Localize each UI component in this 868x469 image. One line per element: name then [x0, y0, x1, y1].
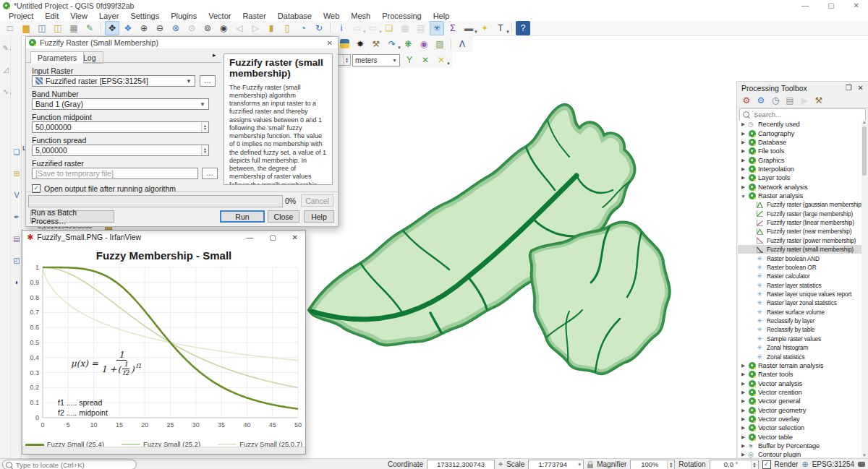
run-button[interactable]: Run [220, 210, 265, 223]
toolbox-edit-icon[interactable]: ▤ [783, 94, 796, 107]
toolbox-item-file-tools[interactable]: ▶File tools [738, 147, 861, 155]
units-combo[interactable]: meters ▼ [352, 54, 400, 66]
chevron-right-icon[interactable]: ▶ [740, 131, 746, 137]
toolbox-item-vector-general[interactable]: ▶Vector general [738, 397, 861, 405]
reloader-icon[interactable]: ↷▼ [385, 37, 399, 51]
toolbox-item-raster-surface-volume[interactable]: ✳Raster surface volume [738, 308, 861, 317]
node-tool-icon[interactable]: ∿▼ [0, 86, 12, 98]
toolbox-item-raster-layer-statistics[interactable]: ✳Raster layer statistics [738, 280, 861, 289]
toolbox-item-vector-analysis[interactable]: ▶Vector analysis [738, 379, 861, 387]
toolbox-item-contour-plugin[interactable]: ▶◎Contour plugin [738, 450, 861, 457]
add-vector-layer-icon[interactable]: V [11, 190, 22, 202]
menu-help[interactable]: Help [427, 11, 456, 21]
close-button[interactable]: Close [268, 210, 299, 223]
toolbox-item-fuzzify-raster-large-membership[interactable]: Fuzzify raster (large membership) [738, 210, 861, 218]
scrollbar-thumb[interactable] [862, 126, 867, 176]
band-number-combo[interactable]: Band 1 (Gray) ▼ [32, 98, 209, 110]
irfanview-title-bar[interactable]: ✱ Fuzzify_Small.PNG - IrfanView — ▢ ✕ [22, 231, 305, 244]
input-raster-combo[interactable]: Fuzzified raster [EPSG:31254] ▼ [32, 75, 195, 87]
close-icon[interactable]: ✕ [854, 1, 859, 9]
toolbox-item-buffer-by-percentage[interactable]: ▶≈Buffer by Percentage [738, 442, 861, 450]
refresh-icon[interactable]: ↻ [312, 21, 326, 35]
menu-mesh[interactable]: Mesh [345, 11, 376, 21]
minimize-icon[interactable]: — [246, 233, 253, 241]
toolbox-item-reclassify-by-table[interactable]: ✳Reclassify by table [738, 325, 861, 334]
data-source-manager-icon[interactable]: ❏ [11, 147, 22, 158]
menu-settings[interactable]: Settings [124, 11, 165, 21]
chevron-right-icon[interactable]: ▶ [740, 434, 746, 440]
globe-crs-icon[interactable]: ⊕ [801, 460, 808, 469]
toolbox-item-raster-boolean-and[interactable]: ✳Raster boolean AND [738, 254, 861, 262]
toolbox-item-fuzzify-raster-near-membership[interactable]: Fuzzify raster (near membership) [738, 227, 861, 236]
toolbox-item-vector-selection[interactable]: ▶Vector selection [738, 423, 861, 432]
maximize-icon[interactable]: ▢ [827, 1, 834, 9]
toolbox-item-graphics[interactable]: ▶Graphics [738, 155, 861, 164]
statistics-panel-icon[interactable]: Σ [446, 21, 460, 35]
toolbox-item-raster-tools[interactable]: ▶Raster tools [738, 370, 861, 379]
dialog-close-icon[interactable]: ✕ [327, 39, 333, 47]
toolbox-item-raster-layer-unique-values-report[interactable]: ✳Raster layer unique values report [738, 290, 861, 298]
dialog-title-bar[interactable]: Fuzzify Raster (Small Membership) ✕ [26, 37, 338, 49]
scale-combo[interactable]: 1:773794 ▼ [528, 460, 584, 469]
crs-value[interactable]: EPSG:31254 [812, 460, 854, 468]
close-panel-icon[interactable]: ✕ [858, 84, 864, 92]
vertex-tool-icon[interactable]: ✎▼ [0, 43, 12, 54]
snap-tolerance-spinner[interactable]: ▲▼ [336, 54, 351, 66]
add-delimited-text-icon[interactable]: ✒ [11, 212, 22, 223]
first-aid-debug-icon[interactable]: ✸ [353, 37, 367, 51]
toolbox-item-raster-layer-zonal-statistics[interactable]: ✳Raster layer zonal statistics [738, 298, 861, 307]
help-icon[interactable]: ? [516, 21, 530, 35]
maximize-icon[interactable]: ▢ [269, 233, 276, 241]
chevron-right-icon[interactable]: ▶ [740, 184, 746, 190]
run-as-batch-button[interactable]: Run as Batch Process… [30, 210, 114, 223]
toolbox-item-recently-used[interactable]: ▶◷Recently used [738, 120, 861, 129]
processing-toolbox-icon[interactable]: ✳ [430, 21, 444, 35]
chevron-right-icon[interactable]: ▶ [740, 148, 746, 154]
toolbox-item-vector-geometry[interactable]: ▶Vector geometry [738, 406, 861, 415]
menu-view[interactable]: View [64, 11, 93, 21]
grass-tools-icon[interactable]: ❋ [401, 37, 415, 51]
toolbox-item-zonal-statistics[interactable]: ✳Zonal statistics [738, 352, 861, 361]
toolbox-item-fuzzify-raster-power-membership[interactable]: Fuzzify raster (power membership) [738, 236, 861, 245]
output-raster-input[interactable]: [Save to temporary file] [32, 168, 198, 179]
temporal-controller-icon[interactable]: ◔ [296, 21, 310, 35]
measure-icon[interactable]: ▬▼ [461, 21, 476, 35]
minimize-icon[interactable]: — [801, 1, 809, 9]
map-annotation-icon[interactable]: ❏ [382, 21, 396, 35]
function-midpoint-spinner[interactable]: 50,000000 ▲▼ [32, 121, 209, 133]
chevron-right-icon[interactable]: ▶ [740, 166, 746, 172]
chevron-right-icon[interactable]: ▶ [740, 443, 746, 449]
magnifier-spinner[interactable]: 100%▲▼ [630, 460, 675, 469]
toolbox-item-fuzzify-raster-small-membership[interactable]: Fuzzify raster (small membership) [738, 245, 861, 254]
menu-database[interactable]: Database [272, 11, 318, 21]
toolbox-scripts-icon[interactable]: ⚙ [754, 94, 767, 107]
style-manager-icon[interactable]: ✎ [82, 21, 97, 35]
menu-vector[interactable]: Vector [203, 11, 237, 21]
toolbox-item-sample-raster-values[interactable]: ✳Sample raster values [738, 335, 861, 343]
menu-layer[interactable]: Layer [93, 11, 125, 21]
help-button[interactable]: Help [304, 210, 334, 223]
chevron-right-icon[interactable]: ▶ [740, 408, 746, 413]
chevron-right-icon[interactable]: ▶ [740, 425, 746, 431]
toolbox-scrollbar[interactable]: ▲ ▼ [861, 120, 867, 457]
chevron-right-icon[interactable]: ▶ [740, 390, 746, 395]
menu-web[interactable]: Web [318, 11, 345, 21]
input-raster-browse-button[interactable]: … [200, 75, 216, 87]
add-mesh-layer-icon[interactable]: ◗ [11, 277, 22, 288]
zoom-in-icon[interactable]: ⊕ [137, 21, 151, 35]
chevron-right-icon[interactable]: ▶ [740, 398, 746, 404]
tab-parameters[interactable]: Parameters [30, 51, 84, 64]
float-panel-icon[interactable]: ❐ [846, 84, 852, 92]
toolbox-history-icon[interactable]: ◷ [769, 94, 782, 107]
zoom-out-icon[interactable]: ⊖ [153, 21, 167, 35]
chevron-right-icon[interactable]: ▶ [740, 381, 746, 387]
zoom-full-icon[interactable]: ⊛ [169, 21, 183, 35]
toolbox-item-zonal-histogram[interactable]: ✳Zonal histogram [738, 343, 861, 352]
measure-angle-icon[interactable]: ◿ [0, 64, 12, 76]
toolbox-item-raster-boolean-or[interactable]: ✳Raster boolean OR [738, 263, 861, 272]
zoom-native-icon[interactable]: ◉ [216, 21, 231, 35]
show-bookmarks-icon[interactable]: ▯ [280, 21, 294, 35]
lock-scale-icon[interactable] [587, 464, 593, 468]
plugin-builder-icon[interactable]: ⚒ [369, 37, 383, 51]
function-spread-spinner[interactable]: 5,000000 ▲▼ [32, 145, 209, 156]
